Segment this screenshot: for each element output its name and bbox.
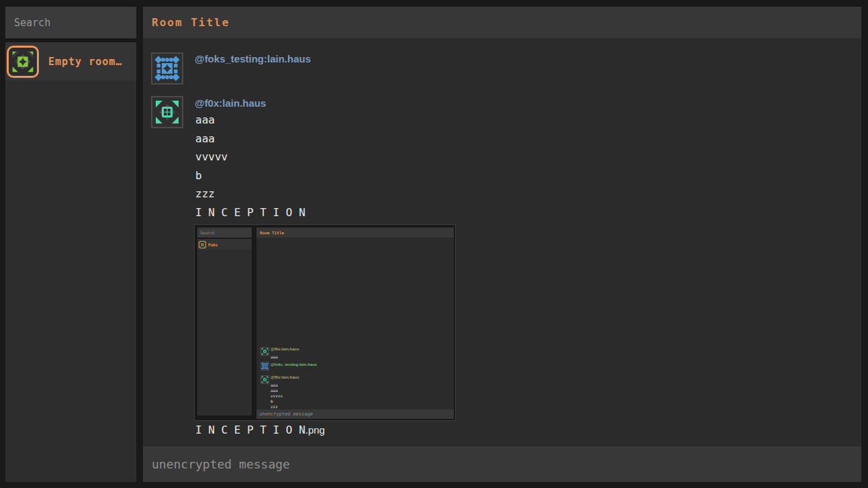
message-line: vvvvv <box>195 150 305 169</box>
app-window: { "sidebar": { "search": { "placeholder"… <box>0 0 868 488</box>
message-sender[interactable]: @f0x:lain.haus <box>195 97 266 109</box>
mini-teal-identicon-icon <box>260 375 269 384</box>
message-line: aaa <box>195 113 305 132</box>
mini-message-sender: @foks_testing:lain.haus <box>271 362 317 367</box>
mini-message-line: b <box>271 399 273 403</box>
message-line: I N C E P T I O N <box>195 206 305 225</box>
mini-message-line: aaa <box>271 354 278 359</box>
mini-room-title: Room Title <box>256 228 454 238</box>
green-identicon-icon <box>11 50 35 74</box>
mini-message-line: aaa <box>271 383 278 387</box>
message-avatar[interactable] <box>151 52 183 85</box>
attachment-filename[interactable]: I N C E P T I O N.png <box>195 424 325 436</box>
composer-input[interactable] <box>143 446 861 482</box>
mini-message-sender: @f0x:lain.haus <box>271 347 299 351</box>
mini-room-item: Foks <box>197 239 252 250</box>
mini-room-name: Foks <box>208 242 218 247</box>
message-body: aaa aaa vvvvv b zzz I N C E P T I O N <box>195 113 305 224</box>
search-input[interactable] <box>5 7 136 38</box>
attachment-filename-ext: .png <box>305 424 325 436</box>
chat-timeline: @foks_testing:lain.haus @f0x:lain.haus a… <box>143 38 861 446</box>
room-name-label: Empty room… <box>48 56 122 68</box>
room-list-item-empty-room[interactable]: Empty room… <box>5 42 136 81</box>
message-sender[interactable]: @foks_testing:lain.haus <box>195 53 311 64</box>
mini-message-line: zzz <box>271 404 278 409</box>
room-avatar <box>7 46 39 78</box>
mini-message-line: vvvvv <box>271 393 283 398</box>
mini-teal-identicon-icon <box>260 347 269 356</box>
message-line: zzz <box>195 187 305 206</box>
message-line: aaa <box>195 132 305 151</box>
mini-message-line: aaa <box>271 388 278 393</box>
blue-identicon-icon <box>154 55 181 82</box>
room-title: Room Title <box>152 16 230 29</box>
mini-composer-input: unencrypted message <box>256 409 454 419</box>
message-avatar[interactable] <box>151 96 183 128</box>
teal-identicon-icon <box>154 99 181 126</box>
composer-bar <box>143 446 861 482</box>
mini-chat-timeline: @f0x:lain.haus aaa @foks_testing:lain.ha… <box>256 238 454 409</box>
mini-blue-identicon-icon <box>260 362 269 371</box>
message-line: b <box>195 169 305 188</box>
mini-search-input: Search <box>197 228 252 238</box>
room-list: Empty room… <box>5 42 136 482</box>
mini-message-sender: @f0x:lain.haus <box>271 375 299 379</box>
mini-green-identicon-icon <box>199 241 206 248</box>
mini-room-list: Foks <box>197 239 252 416</box>
room-header: Room Title <box>143 7 861 38</box>
attachment-filename-base: I N C E P T I O N <box>195 424 305 436</box>
attachment-image[interactable]: Search Foks Room Title @f0x:lain.haus aa… <box>194 224 456 421</box>
